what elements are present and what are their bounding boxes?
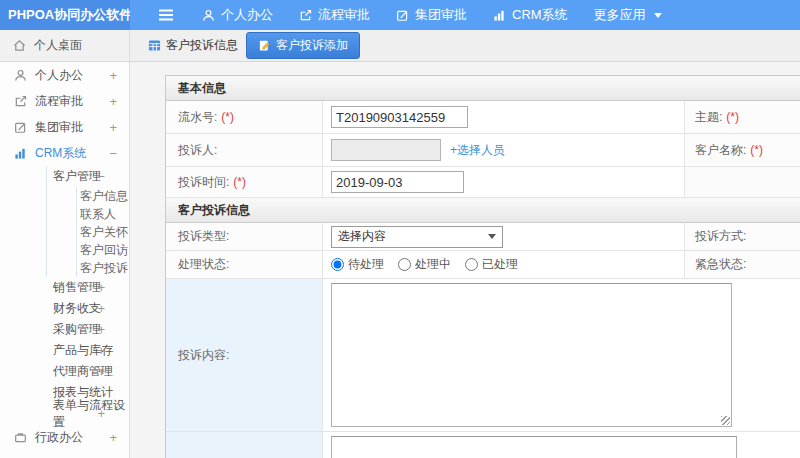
sidebar-item-sales-management[interactable]: 销售管理 + [0, 277, 129, 298]
sidebar-item-label: 采购管理 [53, 321, 101, 338]
complainant-value-cell: +选择人员 [323, 134, 685, 167]
sidebar-item-agent-management[interactable]: 代理商管理 + [0, 361, 129, 382]
sidebar-item-purchasing[interactable]: 采购管理 + [0, 319, 129, 340]
radio-processed[interactable] [465, 258, 478, 271]
expand-toggle[interactable]: + [109, 94, 117, 109]
extra-content-value-cell [323, 432, 800, 458]
complaint-content-textarea[interactable] [331, 283, 732, 427]
expand-toggle[interactable]: − [109, 146, 117, 161]
sidebar-item-customer-complaint[interactable]: 客户投诉 [0, 259, 129, 277]
complaint-time-input[interactable] [331, 171, 464, 193]
main-content: 客户投诉信息 客户投诉添加 基本信息 流水号: (*) [130, 30, 800, 458]
section-header-complaint-info: 客户投诉信息 [166, 198, 800, 223]
form-row-complaint-content: 投诉内容: [166, 279, 800, 432]
field-label: 流水号: [178, 109, 217, 126]
topnav-item-personal-office[interactable]: 个人办公 [202, 6, 273, 24]
serial-input[interactable] [331, 106, 468, 128]
topnav-label: 更多应用 [594, 6, 646, 24]
briefcase-icon [14, 431, 27, 444]
complaint-content-label: 投诉内容: [166, 279, 323, 432]
sidebar-item-contacts[interactable]: 联系人 [0, 205, 129, 223]
topnav-item-group-approval[interactable]: 集团审批 [396, 6, 467, 24]
sidebar-item-customer-management[interactable]: 客户管理 − [0, 166, 129, 187]
complaint-type-label: 投诉类型: [166, 223, 323, 251]
sidebar-item-label: 行政办公 [35, 429, 83, 446]
sidebar-item-label: 流程审批 [35, 93, 83, 110]
sidebar-item-customer-info[interactable]: 客户信息 [0, 187, 129, 205]
form-row-process-status: 处理状态: 待处理 处理中 [166, 251, 800, 279]
empty-cell [685, 167, 800, 198]
expand-toggle[interactable]: + [97, 280, 105, 295]
complaint-type-select[interactable]: 选择内容 [331, 226, 503, 248]
process-status-value-cell: 待处理 处理中 已处理 [323, 251, 685, 279]
sidebar-item-customer-revisit[interactable]: 客户回访 [0, 241, 129, 259]
form-row-extra-content [166, 432, 800, 458]
hamburger-menu-icon[interactable] [158, 9, 174, 21]
sidebar-item-group-approval[interactable]: 集团审批 + [0, 114, 129, 140]
radio-option-processing[interactable]: 处理中 [398, 256, 451, 273]
sidebar-item-customer-care[interactable]: 客户关怀 [0, 223, 129, 241]
expand-toggle[interactable]: + [97, 301, 105, 316]
sidebar-item-label: 个人办公 [35, 67, 83, 84]
serial-label: 流水号: (*) [166, 101, 323, 134]
complaint-content-value-cell [323, 279, 800, 432]
topnav-item-workflow-approval[interactable]: 流程审批 [299, 6, 370, 24]
form-row-serial: 流水号: (*) 主题: (*) [166, 101, 800, 134]
field-label: 紧急状态: [695, 256, 746, 273]
required-marker: (*) [726, 110, 739, 124]
expand-toggle[interactable]: + [109, 430, 117, 445]
radio-option-processed[interactable]: 已处理 [465, 256, 518, 273]
sidebar-item-workflow-approval[interactable]: 流程审批 + [0, 88, 129, 114]
sidebar-item-crm-system[interactable]: CRM系统 − [0, 140, 129, 166]
extra-content-textarea[interactable] [331, 436, 737, 458]
sidebar-item-finance[interactable]: 财务收支 + [0, 298, 129, 319]
user-icon [14, 69, 27, 82]
required-marker: (*) [221, 110, 234, 124]
expand-toggle[interactable]: + [109, 68, 117, 83]
sidebar-item-label: 财务收支 [53, 300, 101, 317]
customer-name-label: 客户名称: (*) [685, 134, 800, 167]
field-label: 处理状态: [178, 256, 229, 273]
urgency-label: 紧急状态: [685, 251, 800, 279]
complaint-time-value-cell [323, 167, 685, 198]
field-label: 投诉方式: [695, 228, 746, 245]
sidebar-item-form-workflow-settings[interactable]: 表单与流程设置 + [0, 403, 129, 424]
table-grid-icon [148, 39, 161, 52]
select-person-link[interactable]: +选择人员 [450, 142, 505, 159]
edit-icon [14, 121, 27, 134]
app-logo: PHPOA协同办公软件 [0, 0, 130, 30]
caret-down-icon [488, 234, 496, 239]
serial-value-cell [323, 101, 685, 134]
tab-bar: 客户投诉信息 客户投诉添加 [130, 30, 800, 62]
expand-toggle[interactable]: − [97, 169, 105, 184]
tab-complaint-add[interactable]: 客户投诉添加 [246, 32, 360, 59]
field-label: 主题: [695, 109, 722, 126]
topnav-item-crm-system[interactable]: CRM系统 [493, 6, 568, 24]
tab-complaint-info[interactable]: 客户投诉信息 [148, 37, 238, 54]
select-value: 选择内容 [338, 228, 386, 245]
process-status-radio-group: 待处理 处理中 已处理 [331, 256, 518, 273]
sidebar-item-personal-desktop[interactable]: 个人桌面 [0, 30, 129, 62]
radio-label: 处理中 [415, 256, 451, 273]
top-nav: 个人办公 流程审批 集团审批 CRM系统 更多应用 [130, 0, 800, 30]
sidebar-item-personal-office[interactable]: 个人办公 + [0, 62, 129, 88]
chart-icon [493, 9, 506, 22]
required-marker: (*) [233, 175, 246, 189]
expand-toggle[interactable]: + [97, 364, 105, 379]
sidebar-item-products-inventory[interactable]: 产品与库存 + [0, 340, 129, 361]
expand-toggle[interactable]: + [97, 343, 105, 358]
topnav-item-more-apps[interactable]: 更多应用 [594, 6, 662, 24]
radio-pending[interactable] [331, 258, 344, 271]
radio-label: 待处理 [348, 256, 384, 273]
sidebar-item-administrative-office[interactable]: 行政办公 + [0, 424, 129, 450]
expand-toggle[interactable]: + [109, 120, 117, 135]
expand-toggle[interactable]: + [97, 406, 105, 421]
extra-content-label [166, 432, 323, 458]
required-marker: (*) [750, 143, 763, 157]
expand-toggle[interactable]: + [97, 322, 105, 337]
chart-icon [14, 147, 27, 160]
radio-option-pending[interactable]: 待处理 [331, 256, 384, 273]
radio-processing[interactable] [398, 258, 411, 271]
user-icon [202, 9, 215, 22]
complainant-input[interactable] [331, 139, 441, 161]
